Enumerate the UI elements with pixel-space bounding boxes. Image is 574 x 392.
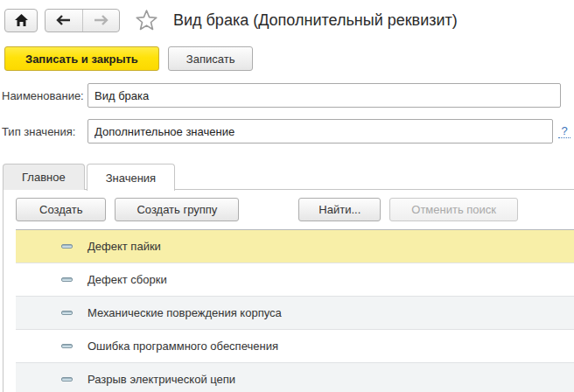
create-button[interactable]: Создать [16, 198, 106, 221]
back-button[interactable] [46, 10, 82, 32]
favorite-star-icon[interactable] [135, 9, 158, 32]
list-item-label: Дефект сборки [88, 273, 167, 286]
forward-arrow-icon [93, 15, 108, 25]
tab-main[interactable]: Главное [3, 164, 85, 190]
value-element-icon [61, 244, 73, 248]
list-toolbar: Создать Создать группу Найти... Отменить… [4, 198, 574, 221]
value-list: Дефект пайки Дефект сборки Механические … [16, 229, 574, 392]
value-type-input[interactable] [88, 119, 553, 144]
create-group-button[interactable]: Создать группу [115, 198, 239, 221]
value-element-icon [61, 277, 73, 282]
list-item-label: Разрыв электрической цепи [88, 373, 235, 386]
values-panel: Создать Создать группу Найти... Отменить… [3, 190, 574, 392]
save-button[interactable]: Записать [168, 46, 254, 71]
title-bar: Вид брака (Дополнительный реквизит) [0, 0, 574, 33]
save-and-close-button[interactable]: Записать и закрыть [4, 46, 159, 71]
form-fields: Наименование: Тип значения: ? [0, 71, 574, 144]
history-nav [45, 9, 120, 32]
forward-button[interactable] [82, 10, 120, 32]
list-item-label: Ошибка программного обеспечения [88, 340, 278, 353]
find-button[interactable]: Найти... [298, 198, 381, 221]
list-item[interactable]: Механические повреждения корпуса [16, 297, 574, 330]
home-button[interactable] [4, 9, 38, 32]
list-item-label: Дефект пайки [88, 240, 161, 253]
page-title: Вид брака (Дополнительный реквизит) [173, 11, 458, 30]
list-item-label: Механические повреждения корпуса [88, 306, 282, 319]
name-input[interactable] [88, 83, 561, 108]
list-item[interactable]: Дефект пайки [16, 230, 574, 263]
list-item[interactable]: Разрыв электрической цепи [16, 363, 574, 392]
list-item[interactable]: Дефект сборки [16, 263, 574, 297]
value-element-icon [61, 311, 73, 315]
cancel-search-button[interactable]: Отменить поиск [389, 198, 518, 221]
type-field-row: Тип значения: ? [2, 119, 574, 144]
help-link[interactable]: ? [558, 124, 570, 138]
list-item[interactable]: Ошибка программного обеспечения [16, 330, 574, 363]
value-element-icon [61, 377, 73, 382]
name-field-row: Наименование: [2, 83, 574, 108]
tab-values[interactable]: Значения [87, 164, 175, 191]
command-bar: Записать и закрыть Записать [0, 33, 574, 71]
value-element-icon [61, 344, 73, 348]
type-label: Тип значения: [2, 125, 88, 138]
back-arrow-icon [56, 15, 72, 25]
name-label: Наименование: [2, 89, 88, 102]
home-icon [14, 13, 29, 27]
tab-strip: Главное Значения [3, 164, 574, 190]
